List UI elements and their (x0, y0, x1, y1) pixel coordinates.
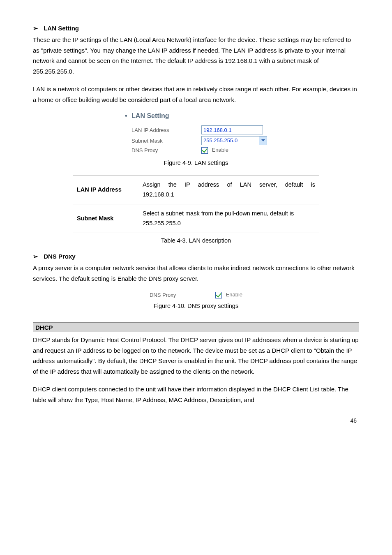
subnet-mask-select[interactable]: 255.255.255.0 (201, 136, 267, 145)
dns-proxy-paragraph: A proxy server is a computer network ser… (33, 263, 359, 284)
desc-val-lan-ip-line1: Assign the IP address of LAN server, def… (143, 180, 315, 190)
lan-ip-input[interactable] (201, 125, 263, 134)
figure-4-10-caption: Figure 4-10. DNS proxy settings (33, 303, 359, 309)
table-4-3-caption: Table 4-3. LAN description (33, 237, 359, 244)
dhcp-section-bar: DHCP (33, 322, 359, 332)
dhcp-paragraph-1: DHCP stands for Dynamic Host Control Pro… (33, 335, 359, 377)
dns-proxy-label: DNS Proxy (125, 147, 201, 153)
page-number: 46 (33, 417, 359, 424)
dns-proxy-fig-enable-text: Enable (226, 291, 242, 298)
bullet-dot-icon: • (125, 112, 127, 119)
dns-proxy-checkbox[interactable] (201, 147, 208, 154)
desc-key-lan-ip: LAN IP Address (73, 175, 138, 204)
dns-proxy-fig-label: DNS Proxy (150, 292, 215, 298)
lan-figure-title: • LAN Setting (125, 112, 267, 120)
dns-proxy-fig-checkbox[interactable] (215, 292, 222, 298)
lan-paragraph-2: LAN is a network of computers or other d… (33, 84, 359, 105)
desc-val-subnet-line2: 255.255.255.0 (143, 218, 315, 229)
table-row: Subnet Mask Select a subnet mask from th… (73, 204, 319, 233)
desc-val-subnet-line1: Select a subnet mask from the pull-down … (143, 208, 315, 219)
lan-settings-figure: • LAN Setting LAN IP Address Subnet Mask… (125, 112, 267, 155)
lan-paragraph-1: These are the IP settings of the LAN (Lo… (33, 35, 359, 76)
figure-4-9-caption: Figure 4-9. LAN settings (33, 160, 359, 166)
lan-setting-title: LAN Setting (44, 25, 79, 32)
dns-proxy-figure: DNS Proxy Enable (150, 291, 242, 298)
dhcp-paragraph-2: DHCP client computers connected to the u… (33, 384, 359, 405)
table-row: LAN IP Address Assign the IP address of … (73, 175, 319, 204)
lan-description-table: LAN IP Address Assign the IP address of … (73, 175, 319, 234)
lan-setting-heading: ➢ LAN Setting (33, 25, 359, 32)
lan-ip-label: LAN IP Address (125, 127, 201, 133)
dns-proxy-enable-text: Enable (212, 147, 228, 153)
dns-proxy-title: DNS Proxy (44, 253, 76, 260)
bullet-arrow-icon: ➢ (33, 253, 42, 260)
lan-figure-title-text: LAN Setting (131, 112, 169, 119)
desc-key-subnet: Subnet Mask (73, 204, 138, 233)
desc-val-lan-ip-line2: 192.168.0.1 (143, 190, 315, 200)
subnet-mask-value: 255.255.255.0 (201, 136, 259, 145)
subnet-mask-label: Subnet Mask (125, 138, 201, 144)
bullet-arrow-icon: ➢ (33, 25, 42, 32)
chevron-down-icon (259, 136, 267, 145)
dns-proxy-heading: ➢ DNS Proxy (33, 253, 359, 260)
